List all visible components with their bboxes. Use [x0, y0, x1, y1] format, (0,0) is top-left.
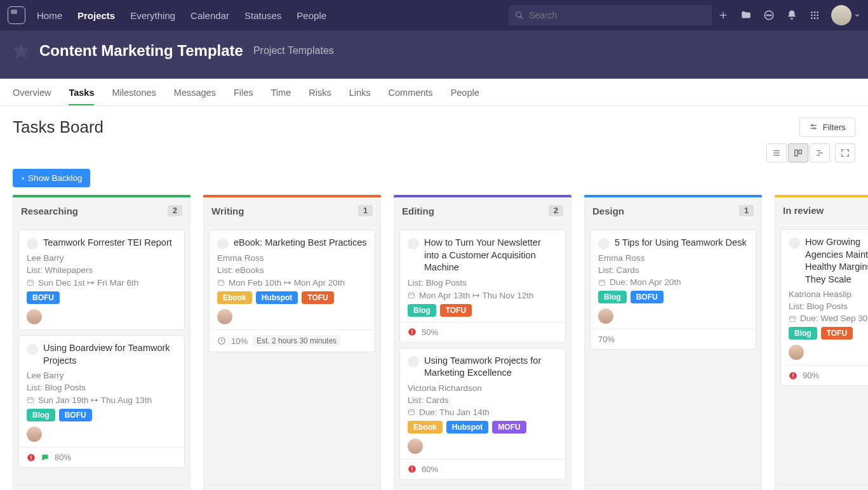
view-expand-button[interactable] — [835, 143, 855, 162]
card-footer: 80% — [19, 447, 184, 467]
tab-tasks[interactable]: Tasks — [69, 79, 94, 105]
tag[interactable]: MOFU — [492, 421, 526, 434]
column-body: eBook: Marketing Best Practices Emma Ros… — [203, 225, 381, 486]
tag[interactable]: BOFU — [27, 291, 60, 304]
nav-link-statuses[interactable]: Statuses — [244, 10, 281, 21]
tab-people[interactable]: People — [451, 79, 479, 105]
task-card[interactable]: How to Turn Your Newsletter into a Custo… — [399, 230, 566, 343]
assignee-avatar[interactable] — [789, 345, 804, 360]
tag[interactable]: Hubspot — [256, 291, 298, 304]
card-tags: BlogTOFU — [789, 327, 868, 340]
view-board-button[interactable] — [788, 143, 808, 162]
complete-toggle[interactable] — [408, 356, 419, 368]
task-card[interactable]: Using Teamwork Projects for Marketing Ex… — [399, 348, 566, 480]
tag[interactable]: TOFU — [302, 291, 333, 304]
tag[interactable]: Blog — [27, 409, 55, 421]
tag[interactable]: Blog — [408, 304, 436, 317]
calendar-icon — [408, 291, 415, 299]
column-header[interactable]: In review — [775, 197, 868, 224]
tag[interactable]: Hubspot — [446, 421, 489, 434]
column-header[interactable]: Design1 — [584, 197, 762, 225]
user-menu[interactable] — [826, 5, 860, 25]
svg-rect-44 — [218, 281, 224, 286]
project-subtitle[interactable]: Project Templates — [253, 45, 334, 56]
svg-point-21 — [813, 128, 815, 129]
view-gantt-button[interactable] — [810, 143, 830, 162]
search-input[interactable] — [529, 10, 705, 20]
assignee-avatar[interactable] — [598, 308, 613, 324]
folder-icon[interactable] — [735, 4, 758, 27]
complete-toggle[interactable] — [27, 238, 38, 249]
tab-comments[interactable]: Comments — [389, 79, 433, 105]
svg-point-5 — [766, 15, 768, 16]
tag[interactable]: TOFU — [821, 327, 853, 340]
add-icon[interactable] — [712, 4, 735, 27]
add-card-button[interactable]: Add a Card✦ — [394, 486, 571, 490]
svg-rect-34 — [28, 398, 34, 403]
task-card[interactable]: eBook: Marketing Best Practices Emma Ros… — [209, 230, 375, 352]
tag[interactable]: Ebook — [217, 291, 252, 304]
nav-link-calendar[interactable]: Calendar — [190, 10, 229, 21]
tag[interactable]: Blog — [789, 327, 817, 340]
column-design: Design1 5 Tips for Using Teamwork Desk E… — [584, 195, 762, 490]
filters-button[interactable]: Filters — [799, 117, 855, 137]
card-tags: EbookHubspotTOFU — [217, 291, 367, 304]
column-header[interactable]: Writing1 — [203, 197, 381, 225]
tab-links[interactable]: Links — [349, 79, 371, 105]
star-icon[interactable] — [13, 43, 29, 59]
column-header[interactable]: Editing2 — [394, 197, 571, 225]
tag[interactable]: Blog — [598, 291, 627, 303]
tab-risks[interactable]: Risks — [309, 79, 331, 105]
add-card-button[interactable]: Add a Card✦ — [775, 486, 868, 490]
svg-rect-64 — [411, 467, 412, 470]
card-date: Due: Thu Jan 14th — [408, 407, 558, 417]
column-header[interactable]: Researching2 — [13, 197, 190, 225]
assignee-avatar[interactable] — [217, 309, 232, 324]
tab-files[interactable]: Files — [234, 79, 253, 105]
chat-icon[interactable] — [758, 4, 780, 27]
svg-point-10 — [817, 11, 818, 13]
task-card[interactable]: How Growing Agencies Maintain Healthy Ma… — [780, 229, 868, 386]
add-card-button[interactable]: Add a Card✦ — [13, 486, 190, 490]
tab-time[interactable]: Time — [271, 79, 291, 105]
nav-link-people[interactable]: People — [297, 10, 326, 21]
complete-toggle[interactable] — [598, 238, 610, 249]
section-tabs: OverviewTasksMilestonesMessagesFilesTime… — [0, 79, 868, 106]
tag[interactable]: BOFU — [59, 409, 92, 421]
task-card[interactable]: Using Boardview for Teamwork Projects Le… — [18, 335, 185, 468]
tab-milestones[interactable]: Milestones — [112, 79, 156, 105]
svg-rect-25 — [795, 150, 798, 156]
bell-icon[interactable] — [780, 4, 803, 27]
column-name: In review — [783, 205, 824, 216]
task-card[interactable]: 5 Tips for Using Teamwork Desk Emma Ross… — [590, 230, 756, 350]
complete-toggle[interactable] — [217, 238, 229, 249]
svg-point-0 — [516, 12, 521, 17]
assignee-avatar[interactable] — [408, 439, 423, 454]
nav-link-projects[interactable]: Projects — [77, 10, 115, 21]
tab-overview[interactable]: Overview — [13, 79, 51, 105]
nav-link-home[interactable]: Home — [37, 10, 62, 21]
complete-toggle[interactable] — [27, 343, 38, 355]
tag[interactable]: BOFU — [631, 291, 664, 303]
tag[interactable]: Ebook — [408, 421, 443, 434]
complete-toggle[interactable] — [789, 237, 800, 249]
view-list-button[interactable] — [766, 143, 787, 162]
add-card-button[interactable]: Add a Card✦ — [203, 486, 381, 490]
nav-link-everything[interactable]: Everything — [130, 10, 175, 21]
tab-messages[interactable]: Messages — [174, 79, 216, 105]
task-card[interactable]: Teamwork Forrester TEI Report Lee Barry … — [18, 230, 185, 330]
complete-toggle[interactable] — [408, 238, 419, 249]
assignee-avatar[interactable] — [27, 427, 42, 442]
card-list: List: Cards — [598, 265, 748, 275]
search-box[interactable] — [509, 5, 712, 25]
progress-pct: 70% — [598, 334, 615, 344]
add-card-button[interactable]: Add a Card✦ — [584, 486, 762, 490]
column-name: Writing — [211, 206, 244, 216]
show-backlog-button[interactable]: Show Backlog — [13, 169, 90, 187]
logo[interactable] — [8, 6, 25, 24]
assignee-avatar[interactable] — [27, 309, 42, 324]
apps-icon[interactable] — [803, 4, 826, 27]
tag[interactable]: TOFU — [440, 304, 472, 317]
column-count: 1 — [358, 205, 373, 216]
calendar-icon — [598, 279, 606, 286]
